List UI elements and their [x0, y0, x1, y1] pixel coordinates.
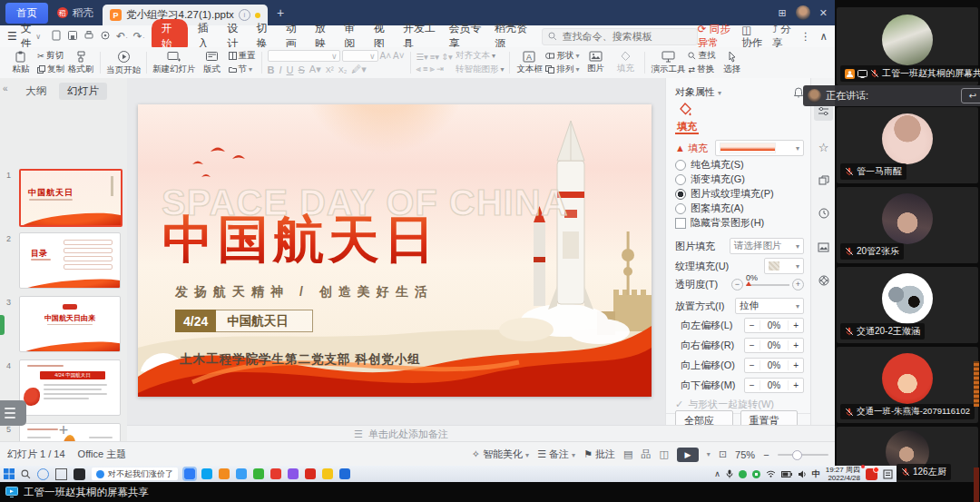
app-icon-3[interactable] — [236, 468, 247, 479]
fill-button[interactable]: 填充 — [612, 51, 639, 74]
print-icon[interactable] — [81, 30, 97, 44]
compass-pane-icon[interactable] — [818, 275, 829, 289]
transparency-plus[interactable]: + — [792, 279, 804, 290]
align-right-icon[interactable]: ⫸ — [429, 64, 434, 74]
tray-wifi-icon[interactable] — [766, 470, 776, 477]
offset-left-stepper[interactable]: −0%+ — [744, 318, 804, 333]
star-pane-icon[interactable]: ☆ — [818, 141, 829, 154]
app-icon-wps[interactable] — [305, 468, 316, 479]
italic-button[interactable]: I — [279, 64, 281, 75]
tray-app-badge-icon[interactable] — [866, 468, 877, 480]
chat-app-icon[interactable] — [74, 468, 85, 480]
cortana-icon[interactable] — [37, 468, 49, 480]
tray-green-icon-1[interactable] — [739, 470, 747, 478]
check-hide-background[interactable]: 隐藏背景图形(H) — [675, 216, 804, 230]
zoom-slider-knob[interactable] — [792, 450, 802, 460]
reset-button[interactable]: 重置 — [229, 50, 256, 62]
view-normal-icon[interactable]: ▤ — [623, 448, 632, 460]
align-center-icon[interactable]: ≡ — [423, 64, 428, 74]
linespacing-icon[interactable]: ⇕▾ — [441, 52, 453, 62]
paste-button[interactable]: 粘贴 — [7, 51, 34, 75]
participant-tile-5[interactable]: 交通一班-朱燕海-2079116102 — [837, 347, 978, 423]
participant-tile-4[interactable]: 交通20-2王潋涵 — [837, 267, 978, 343]
layers-pane-icon[interactable] — [818, 174, 829, 188]
offset-right-stepper[interactable]: −0%+ — [744, 338, 804, 353]
news-widget[interactable]: 对不起我们涨价了 — [92, 468, 178, 480]
slide-thumbnail-1[interactable]: 中国航天日 — [19, 169, 122, 227]
slideshow-play-button[interactable]: ▶ — [677, 448, 699, 462]
search-input[interactable] — [561, 30, 691, 43]
tab-slides[interactable]: 幻灯片 — [59, 83, 107, 100]
replace-button[interactable]: ⇄替换 — [688, 64, 715, 75]
more-icon[interactable]: ⋮ — [800, 30, 811, 43]
share-button[interactable]: ⤴ 分享 — [772, 23, 791, 50]
picture-button[interactable]: 图片 — [582, 51, 609, 74]
participant-tile-1[interactable]: 工管一班赵其桐的屏幕共享 — [837, 7, 978, 85]
edge-green-tab[interactable] — [0, 315, 5, 335]
redo-icon[interactable]: ↷· — [131, 30, 148, 43]
slide-thumbnail-2[interactable]: 目录 — [19, 232, 121, 289]
offset-down-stepper[interactable]: −0%+ — [744, 378, 804, 393]
props-title[interactable]: 对象属性 ▾ — [675, 85, 721, 99]
play-from-current-button[interactable]: 当页开始 — [106, 50, 141, 76]
collab-button[interactable]: ◫ 协作 — [741, 24, 763, 50]
radio-pattern-fill[interactable]: 图案填充(A) — [675, 202, 804, 215]
slide-thumbnail-4[interactable]: 4/24 中国航天日 — [19, 359, 121, 416]
picture-fill-dropdown[interactable]: 请选择图片▾ — [730, 238, 804, 254]
participant-tile-2[interactable]: 管一马雨醒 — [837, 107, 978, 183]
numbering-icon[interactable]: ≡▾ — [430, 52, 439, 62]
texture-fill-dropdown[interactable]: ▾ — [764, 258, 804, 274]
app-icon-4[interactable] — [253, 468, 264, 479]
bold-button[interactable]: B — [268, 64, 275, 75]
docer-tab[interactable]: 稻 稻壳 — [48, 2, 103, 25]
beautify-button[interactable]: ✧ 智能美化 ▾ — [472, 448, 529, 461]
fit-window-icon[interactable]: ⊡ — [719, 448, 727, 460]
action-center-icon[interactable] — [883, 469, 893, 479]
comments-button[interactable]: ⚑ 批注 — [583, 448, 615, 461]
highlight-icon[interactable]: 🖉▾ — [351, 64, 367, 75]
notes-toggle-button[interactable]: ☰ 备注 ▾ — [537, 448, 575, 461]
play-options-icon[interactable]: ▾ — [707, 450, 710, 458]
reply-icon[interactable]: ↩ — [961, 88, 980, 103]
cut-button[interactable]: ✂剪切 — [37, 50, 64, 62]
command-search[interactable] — [542, 28, 698, 45]
tray-speaker-icon[interactable] — [798, 470, 807, 478]
subscript-icon[interactable]: X₂ — [338, 65, 348, 74]
close-icon[interactable]: ✕ — [819, 7, 828, 19]
start-button[interactable] — [4, 468, 15, 479]
font-size-select[interactable]: ∨ — [342, 50, 378, 62]
slide-title[interactable]: 中国航天日 — [162, 206, 439, 275]
slide-thumbnail-3[interactable]: 中国航天日由来 — [19, 296, 121, 352]
tray-mic-icon[interactable] — [726, 469, 733, 478]
slide-organization[interactable]: 土木工程学院学生第二党支部 科创党小组 — [180, 351, 421, 368]
undo-icon[interactable]: ↶· — [113, 30, 131, 43]
present-tools-button[interactable]: 演示工具 — [651, 51, 685, 75]
fill-bucket-icon[interactable] — [677, 102, 693, 120]
participant-tile-3[interactable]: 20管2张乐 — [837, 187, 978, 263]
active-app-icon[interactable] — [184, 468, 195, 479]
select-button[interactable]: 选择 — [718, 51, 745, 75]
zoom-slider[interactable] — [778, 454, 828, 456]
layout-button[interactable]: 版式 — [199, 51, 226, 75]
taskbar-search-icon[interactable] — [21, 469, 31, 479]
app-icon-8[interactable] — [339, 468, 350, 479]
strike-button[interactable]: S — [298, 64, 304, 75]
radio-solid-fill[interactable]: 纯色填充(S) — [675, 158, 804, 172]
tray-battery-icon[interactable] — [781, 471, 792, 477]
superscript-icon[interactable]: X² — [326, 65, 334, 74]
radio-gradient-fill[interactable]: 渐变填充(G) — [675, 172, 804, 186]
transparency-minus[interactable]: − — [731, 279, 743, 290]
slide-page[interactable]: SPACE DAY OF CHINA 中国航天日 发扬航天精神 / 创造美好生活… — [138, 104, 652, 397]
shrink-font-icon[interactable]: A˅ — [393, 51, 405, 61]
find-button[interactable]: 查找 — [688, 50, 715, 62]
align-left-icon[interactable]: ⫷ — [416, 64, 421, 74]
copy-button[interactable]: 复制 — [37, 64, 64, 75]
fill-section-header[interactable]: ▲ 填充 — [675, 142, 708, 155]
offset-up-stepper[interactable]: −0%+ — [744, 358, 804, 373]
arrange-button[interactable]: 排列▾ — [545, 64, 579, 75]
radio-picture-fill[interactable]: 图片或纹理填充(P) — [675, 187, 804, 201]
preview-icon[interactable] — [97, 30, 113, 44]
ime-indicator[interactable]: 中 — [812, 468, 820, 480]
tray-clock[interactable]: 19:27 周四 2022/4/28 — [826, 466, 860, 482]
help-pane-icon[interactable] — [818, 208, 829, 221]
